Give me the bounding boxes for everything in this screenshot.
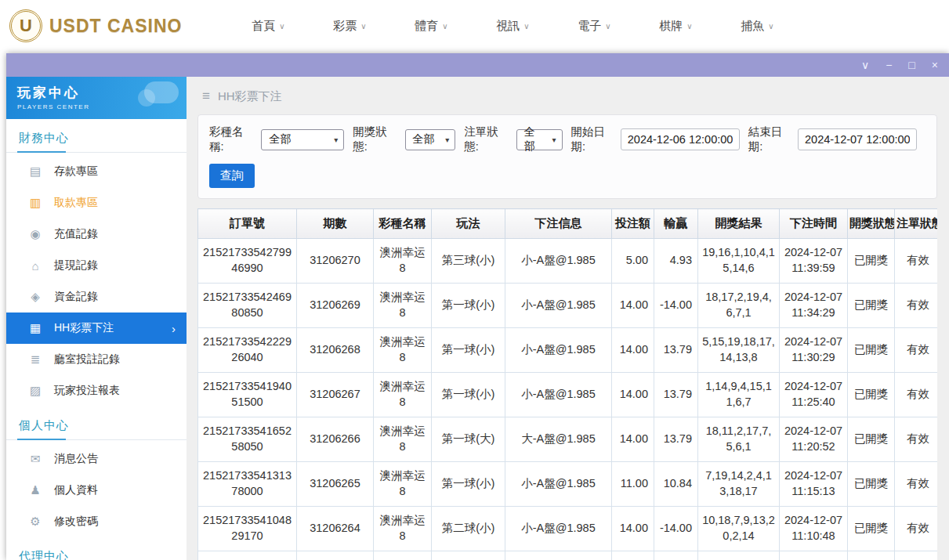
chevron-down-icon: ∨ bbox=[523, 22, 529, 31]
bell-icon: ✉ bbox=[28, 452, 42, 466]
cell-lottery-name: 澳洲幸运8 bbox=[374, 462, 432, 507]
cell-order-number: 2152173354131378000 bbox=[198, 462, 297, 507]
start-date-input[interactable] bbox=[621, 128, 740, 150]
select-arrow-icon: ▾ bbox=[334, 135, 338, 144]
window-minimize-icon[interactable]: − bbox=[886, 60, 892, 70]
bet-status-label: 注單狀態: bbox=[464, 125, 511, 154]
table-header-row: 訂單號 期數 彩種名稱 玩法 下注信息 投注額 輸贏 開獎結果 下注時間 開獎狀… bbox=[198, 209, 938, 239]
cell-bet-info: 小-A盤@1.985 bbox=[505, 507, 612, 551]
cell-winloss: 13.79 bbox=[654, 328, 698, 373]
menu-icon[interactable]: ≡ bbox=[202, 89, 210, 104]
gear-icon: ⚙ bbox=[28, 515, 42, 529]
cell-play-type: 第一球(小) bbox=[432, 373, 505, 417]
column-header-bet-time: 下注時間 bbox=[780, 209, 848, 239]
cell-draw-result: 18,11,2,17,7,5,6,1 bbox=[698, 417, 780, 462]
sidebar-item-recharge-records[interactable]: ◉ 充值記錄 bbox=[6, 219, 187, 250]
cell-period: 31206264 bbox=[297, 507, 374, 551]
nav-item-live-video[interactable]: 視訊∨ bbox=[472, 19, 553, 34]
user-icon: ♟ bbox=[28, 483, 42, 497]
cell-bet-time: 2024-12-07 11:39:59 bbox=[780, 239, 848, 284]
nav-item-fishing[interactable]: 捕魚∨ bbox=[716, 19, 798, 34]
cell-draw-result: 19,16,1,10,4,15,14,6 bbox=[698, 239, 780, 284]
column-header-winloss: 輸贏 bbox=[654, 209, 698, 239]
cell-bet-status: 有效 bbox=[895, 284, 938, 328]
nav-item-home[interactable]: 首頁∨ bbox=[227, 19, 309, 34]
cell-draw-status: 已開獎 bbox=[848, 373, 895, 417]
bets-table-container: 訂單號 期數 彩種名稱 玩法 下注信息 投注額 輸贏 開獎結果 下注時間 開獎狀… bbox=[197, 208, 937, 560]
cell-draw-result: 7,19,14,2,4,13,18,17 bbox=[698, 462, 780, 507]
window-close-icon[interactable]: × bbox=[932, 60, 938, 70]
lottery-name-select[interactable]: 全部▾ bbox=[261, 129, 344, 150]
window-maximize-icon[interactable]: □ bbox=[908, 60, 915, 70]
chevron-right-icon: › bbox=[172, 322, 176, 335]
player-center-window: ∨ − □ × 玩家中心 PLAYERS CENTER 財務中心 ▤ 存款專區 … bbox=[6, 53, 949, 560]
sidebar: 玩家中心 PLAYERS CENTER 財務中心 ▤ 存款專區 ▥ 取款專區 ◉… bbox=[6, 77, 187, 560]
cell-draw-result: 5,15,19,18,17,14,13,8 bbox=[698, 328, 780, 373]
sidebar-item-hall-bet-records[interactable]: ≣ 廳室投註記錄 bbox=[6, 344, 187, 375]
cell-draw-status: 已開獎 bbox=[848, 417, 895, 462]
cell-lottery-name: 澳洲幸运8 bbox=[374, 328, 432, 373]
sidebar-item-profile[interactable]: ♟ 個人資料 bbox=[6, 475, 187, 506]
sidebar-item-withdraw[interactable]: ▥ 取款專區 bbox=[6, 187, 187, 219]
table-row-partial bbox=[198, 551, 938, 560]
cell-order-number: 2152173354104829170 bbox=[198, 507, 297, 551]
column-header-play: 玩法 bbox=[432, 209, 505, 239]
column-header-lottery: 彩種名稱 bbox=[374, 209, 432, 239]
cell-winloss: 10.84 bbox=[654, 462, 698, 507]
nav-item-lottery[interactable]: 彩票∨ bbox=[309, 19, 390, 34]
nav-item-sports[interactable]: 體育∨ bbox=[390, 19, 472, 34]
cell-draw-status: 已開獎 bbox=[848, 239, 895, 284]
draw-status-select[interactable]: 全部▾ bbox=[405, 129, 456, 150]
sidebar-item-change-password[interactable]: ⚙ 修改密碼 bbox=[6, 506, 187, 537]
cell-winloss: -14.00 bbox=[654, 507, 698, 551]
gamepad-icon bbox=[144, 81, 179, 103]
cell-order-number: 2152173354246980850 bbox=[198, 284, 297, 328]
column-header-bet-status: 注單狀態 bbox=[895, 209, 938, 239]
cell-bet-time: 2024-12-07 11:20:52 bbox=[780, 417, 848, 462]
table-row: 2152173354165258050 31206266 澳洲幸运8 第一球(大… bbox=[198, 417, 938, 462]
nav-item-slots[interactable]: 電子∨ bbox=[553, 19, 635, 34]
nav-item-card-games[interactable]: 棋牌∨ bbox=[635, 19, 716, 34]
cell-order-number: 2152173354165258050 bbox=[198, 417, 297, 462]
list-icon: ≣ bbox=[28, 352, 42, 367]
cell-bet-info: 小-A盤@1.985 bbox=[505, 239, 612, 284]
cell-draw-status: 已開獎 bbox=[848, 507, 895, 551]
page-title: HH彩票下注 bbox=[218, 89, 282, 104]
cell-bet-status: 有效 bbox=[895, 417, 938, 462]
table-row: 2152173354131378000 31206265 澳洲幸运8 第一球(小… bbox=[198, 462, 938, 507]
cell-bet-amount: 5.00 bbox=[612, 239, 654, 284]
end-date-label: 結束日期: bbox=[748, 125, 793, 154]
cell-draw-result: 18,17,2,19,4,6,7,1 bbox=[698, 284, 780, 328]
sidebar-item-funds-records[interactable]: ◈ 資金記錄 bbox=[6, 281, 187, 313]
bet-status-select[interactable]: 全部▾ bbox=[516, 129, 563, 150]
cell-bet-time: 2024-12-07 11:15:13 bbox=[780, 462, 848, 507]
cell-bet-amount: 14.00 bbox=[612, 328, 654, 373]
cell-draw-status: 已開獎 bbox=[848, 284, 895, 328]
sidebar-item-hh-lottery-bets[interactable]: ▦ HH彩票下注 › bbox=[6, 313, 187, 344]
sidebar-item-deposit[interactable]: ▤ 存款專區 bbox=[6, 156, 187, 187]
top-navigation: U USDT CASINO 首頁∨ 彩票∨ 體育∨ 視訊∨ 電子∨ 棋牌∨ 捕魚… bbox=[0, 0, 949, 52]
column-header-draw-status: 開獎狀態 bbox=[848, 209, 895, 239]
funds-icon: ◈ bbox=[28, 290, 42, 304]
search-button[interactable]: 查詢 bbox=[209, 164, 255, 188]
chevron-down-icon: ∨ bbox=[442, 22, 447, 31]
window-collapse-icon[interactable]: ∨ bbox=[861, 60, 869, 70]
sidebar-item-withdrawal-records[interactable]: ⌂ 提現記錄 bbox=[6, 250, 187, 281]
cell-draw-result: 1,14,9,4,15,11,6,7 bbox=[698, 373, 780, 417]
cell-bet-time: 2024-12-07 11:25:40 bbox=[780, 373, 848, 417]
report-chart-icon: ▨ bbox=[28, 384, 42, 398]
sidebar-item-player-bet-report[interactable]: ▨ 玩家投注報表 bbox=[6, 375, 187, 406]
cell-lottery-name: 澳洲幸运8 bbox=[374, 507, 432, 551]
cell-bet-status: 有效 bbox=[895, 328, 938, 373]
sidebar-item-announcements[interactable]: ✉ 消息公告 bbox=[6, 443, 187, 475]
table-row: 2152173354222926040 31206268 澳洲幸运8 第一球(小… bbox=[198, 328, 938, 373]
cell-period: 31206266 bbox=[297, 417, 374, 462]
select-arrow-icon: ▾ bbox=[552, 135, 556, 144]
end-date-input[interactable] bbox=[798, 128, 917, 150]
column-header-bet-info: 下注信息 bbox=[505, 209, 612, 239]
select-arrow-icon: ▾ bbox=[445, 135, 449, 144]
withdraw-card-icon: ▥ bbox=[28, 196, 42, 210]
site-logo[interactable]: U USDT CASINO bbox=[9, 9, 182, 42]
cell-winloss: 13.79 bbox=[654, 373, 698, 417]
cell-play-type: 第一球(小) bbox=[432, 284, 505, 328]
